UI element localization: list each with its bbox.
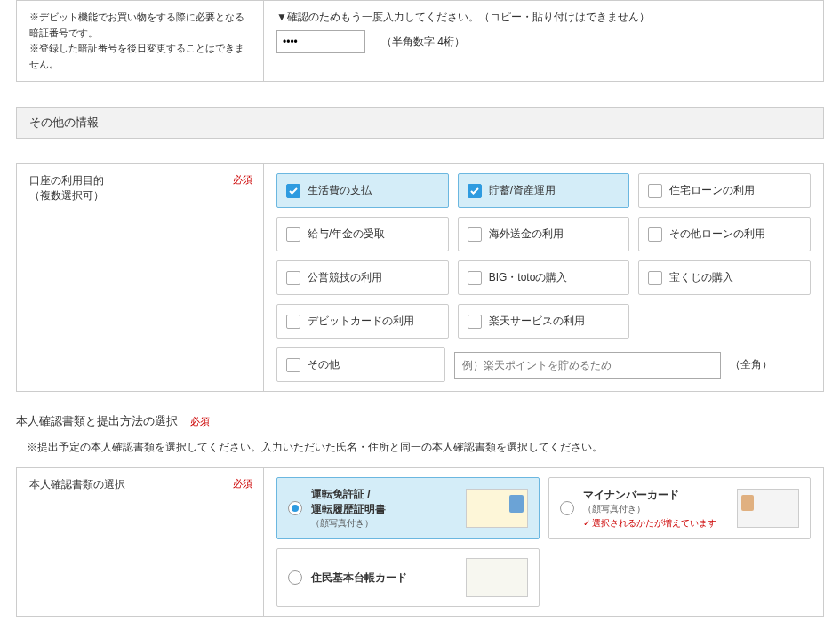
purpose-checkbox-label: その他ローンの利用 [669, 227, 765, 242]
purpose-sublabel: （複数選択可） [29, 188, 251, 203]
id-doc-row-required: 必須 [233, 477, 252, 490]
id-doc-title-text: 本人確認書類と提出方法の選択 [16, 414, 178, 427]
radio-icon [560, 501, 574, 515]
checkbox-icon [468, 227, 482, 242]
purpose-checkbox-2[interactable]: 住宅ローンの利用 [638, 173, 811, 208]
doc-thumb-license [466, 489, 528, 528]
doc-text: 住民基本台帳カード [311, 570, 457, 586]
checkbox-icon [286, 184, 300, 198]
purpose-checkbox-label: 宝くじの購入 [669, 270, 733, 285]
purpose-checkbox-8[interactable]: 宝くじの購入 [638, 260, 811, 295]
id-doc-label-col: 本人確認書類の選択 必須 [17, 468, 264, 616]
purpose-other-input[interactable] [454, 352, 721, 379]
purpose-checkbox-label: BIG・totoの購入 [489, 270, 568, 285]
doc-thumb-juki [466, 558, 528, 597]
doc-main-1: 運転免許証 / [311, 487, 457, 502]
checkbox-icon [648, 227, 662, 242]
purpose-checkbox-label: 住宅ローンの利用 [669, 183, 755, 198]
other-info-header: その他の情報 [16, 107, 824, 139]
doc-alert: ✓ 選択されるかたが増えています [583, 517, 729, 530]
pin-hint: （半角数字 4桁） [381, 35, 465, 50]
checkbox-icon [286, 358, 300, 372]
doc-main-1: 住民基本台帳カード [311, 570, 457, 586]
checkbox-icon [286, 227, 300, 242]
id-doc-instruction: ※提出予定の本人確認書類を選択してください。入力いただいた氏名・住所と同一の本人… [27, 440, 824, 455]
id-doc-required: 必須 [190, 416, 210, 427]
purpose-label: 口座の利用目的 [29, 173, 251, 188]
purpose-checkbox-0[interactable]: 生活費の支払 [276, 173, 449, 208]
pin-confirm-label: ▼確認のためもう一度入力してください。（コピー・貼り付けはできません） [276, 10, 811, 25]
pin-note-1: ※デビット機能でお買い物をする際に必要となる暗証番号です。 [29, 10, 251, 41]
id-doc-section-title: 本人確認書類と提出方法の選択 必須 [16, 413, 824, 429]
purpose-label-col: 口座の利用目的 （複数選択可） 必須 [17, 164, 264, 391]
purpose-checkbox-4[interactable]: 海外送金の利用 [458, 217, 630, 251]
purpose-checkbox-label: 公営競技の利用 [308, 270, 382, 285]
purpose-checkbox-label: デビットカードの利用 [308, 314, 414, 329]
purpose-other-hint: （全角） [730, 357, 772, 372]
checkbox-icon [468, 184, 482, 198]
purpose-checkbox-7[interactable]: BIG・totoの購入 [458, 260, 630, 295]
doc-sub: （顔写真付き） [583, 503, 729, 515]
doc-main-2: 運転履歴証明書 [311, 502, 457, 517]
doc-option-2[interactable]: 住民基本台帳カード [276, 548, 540, 607]
checkbox-icon [468, 315, 482, 329]
doc-option-1[interactable]: マイナンバーカード（顔写真付き）✓ 選択されるかたが増えています [548, 477, 812, 539]
pin-confirm-input[interactable] [276, 30, 365, 53]
purpose-checkbox-3[interactable]: 給与/年金の受取 [276, 217, 449, 251]
doc-option-0[interactable]: 運転免許証 /運転履歴証明書（顔写真付き） [276, 477, 540, 539]
checkbox-icon [286, 271, 300, 285]
purpose-required: 必須 [233, 173, 252, 187]
doc-thumb-myno [737, 489, 799, 528]
purpose-checkbox-5[interactable]: その他ローンの利用 [638, 217, 811, 251]
purpose-checkbox-6[interactable]: 公営競技の利用 [276, 260, 449, 295]
radio-icon [288, 570, 302, 585]
purpose-checkbox-1[interactable]: 貯蓄/資産運用 [458, 173, 630, 208]
pin-note-2: ※登録した暗証番号を後日変更することはできません。 [29, 41, 251, 72]
doc-text: 運転免許証 /運転履歴証明書（顔写真付き） [311, 487, 457, 530]
checkbox-icon [468, 271, 482, 285]
pin-content: ▼確認のためもう一度入力してください。（コピー・貼り付けはできません） （半角数… [264, 1, 823, 81]
doc-sub: （顔写真付き） [311, 517, 457, 530]
purpose-checkbox-9[interactable]: デビットカードの利用 [276, 304, 449, 339]
doc-text: マイナンバーカード（顔写真付き）✓ 選択されるかたが増えています [583, 488, 729, 530]
purpose-checkbox-label: 楽天サービスの利用 [489, 314, 585, 329]
id-doc-content: 運転免許証 /運転履歴証明書（顔写真付き）マイナンバーカード（顔写真付き）✓ 選… [264, 468, 823, 616]
pin-label-col: ※デビット機能でお買い物をする際に必要となる暗証番号です。 ※登録した暗証番号を… [17, 1, 264, 81]
purpose-row: 口座の利用目的 （複数選択可） 必須 生活費の支払貯蓄/資産運用住宅ローンの利用… [16, 163, 824, 392]
checkbox-icon [648, 184, 662, 198]
purpose-other-label: その他 [308, 357, 340, 372]
purpose-other-checkbox[interactable]: その他 [276, 347, 445, 382]
id-doc-row: 本人確認書類の選択 必須 運転免許証 /運転履歴証明書（顔写真付き）マイナンバー… [16, 467, 824, 617]
doc-main-1: マイナンバーカード [583, 488, 729, 503]
purpose-checkbox-label: 海外送金の利用 [489, 227, 564, 242]
pin-row: ※デビット機能でお買い物をする際に必要となる暗証番号です。 ※登録した暗証番号を… [16, 0, 824, 82]
purpose-checkbox-10[interactable]: 楽天サービスの利用 [458, 304, 630, 339]
purpose-checkbox-label: 給与/年金の受取 [308, 227, 385, 242]
checkbox-icon [648, 271, 662, 285]
checkbox-icon [286, 315, 300, 329]
purpose-content: 生活費の支払貯蓄/資産運用住宅ローンの利用給与/年金の受取海外送金の利用その他ロ… [264, 164, 823, 391]
radio-icon [288, 501, 302, 515]
purpose-checkbox-label: 生活費の支払 [308, 183, 372, 198]
id-doc-row-label: 本人確認書類の選択 [29, 477, 251, 492]
purpose-checkbox-label: 貯蓄/資産運用 [489, 183, 556, 198]
